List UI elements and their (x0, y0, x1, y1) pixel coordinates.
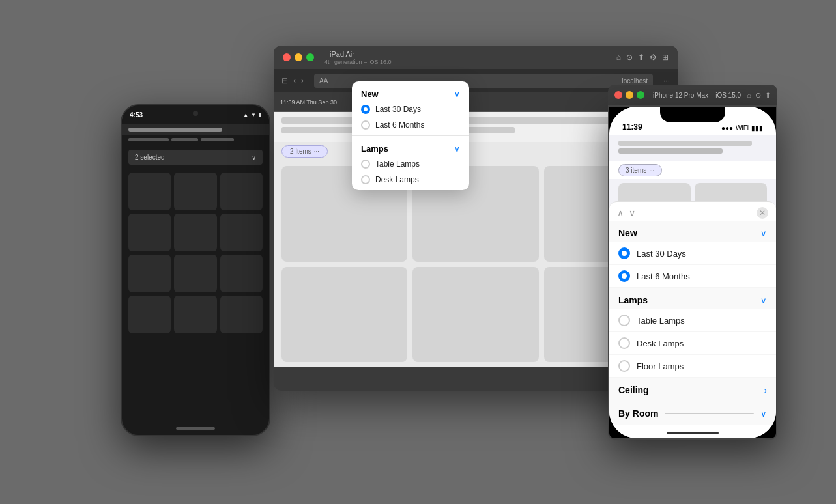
android-grid-item (128, 255, 171, 292)
minimize-button[interactable] (295, 53, 302, 61)
iphone-popup-down-icon[interactable]: ∨ (629, 208, 635, 218)
ipad-window-titlebar: iPad Air 4th generation – iOS 16.0 ⌂ ⊙ ⬆… (274, 46, 678, 69)
iphone-notch (660, 107, 725, 122)
ipad-new-title: New (361, 89, 379, 99)
iphone-window: iPhone 12 Pro Max – iOS 15.0 ⌂ ⊙ ⬆ 11:39… (608, 85, 777, 440)
forward-button[interactable]: › (301, 76, 304, 85)
android-grid-item (128, 214, 171, 251)
android-header (122, 124, 269, 135)
iphone-last30-item[interactable]: Last 30 Days (609, 242, 776, 265)
ipad-table-lamps-item[interactable]: Table Lamps (352, 156, 469, 172)
iphone-desk-lamps-text: Desk Lamps (637, 339, 684, 348)
ipad-lamps-section-header: Lamps ∨ (352, 139, 469, 156)
iphone-popup-byroom-row[interactable]: By Room ∨ (609, 402, 776, 425)
iphone-popup-byroom-chevron-icon: ∨ (760, 409, 767, 419)
iphone-maximize-button[interactable] (637, 91, 644, 99)
ipad-last30-radio[interactable] (361, 105, 370, 114)
sidebar-toggle-button[interactable]: ⊟ (281, 76, 288, 85)
ipad-lamps-title: Lamps (361, 144, 388, 154)
android-status-icons: ▲ ▼ ▮ (243, 112, 261, 118)
iphone-popup-ceiling-chevron-icon: › (764, 385, 767, 395)
ipad-desk-lamps-radio[interactable] (361, 175, 370, 184)
iphone-last30-radio[interactable] (618, 247, 630, 259)
iphone-time: 11:39 (622, 122, 642, 132)
iphone-status-icons: ●●● WiFi ▮▮▮ (721, 124, 763, 132)
ipad-table-lamps-radio[interactable] (361, 160, 370, 169)
android-signal-icon: ▼ (251, 112, 256, 118)
iphone-window-toolbar-icons: ⌂ ⊙ ⬆ (747, 91, 771, 100)
iphone-popup-nav: ∧ ∨ ✕ (609, 202, 776, 221)
iphone-floor-lamps-radio[interactable] (618, 360, 630, 372)
iphone-table-lamps-item[interactable]: Table Lamps (609, 309, 776, 332)
android-dropdown-arrow-icon: ∨ (252, 154, 256, 161)
android-volume-up (121, 171, 122, 187)
iphone-floor-lamps-item[interactable]: Floor Lamps (609, 355, 776, 378)
home-icon[interactable]: ⌂ (616, 53, 621, 62)
settings-icon[interactable]: ⚙ (650, 53, 657, 62)
ipad-grid-item (281, 267, 407, 363)
more-button[interactable]: ··· (663, 76, 670, 85)
iphone-side-button (776, 172, 777, 195)
iphone-popup-close-button[interactable]: ✕ (757, 207, 768, 219)
ipad-toolbar-icons: ⌂ ⊙ ⬆ ⚙ ⊞ (616, 53, 669, 62)
android-volume-down (121, 191, 122, 208)
iphone-items-badge[interactable]: 3 items ··· (618, 164, 662, 176)
iphone-minimize-button[interactable] (626, 91, 633, 99)
grid-icon[interactable]: ⊞ (662, 53, 669, 62)
back-button[interactable]: ‹ (293, 76, 296, 85)
iphone-floor-lamps-text: Floor Lamps (637, 361, 684, 371)
ipad-last6-item[interactable]: Last 6 Months (352, 117, 469, 133)
ipad-last30-text: Last 30 Days (375, 105, 421, 114)
camera-icon[interactable]: ⊙ (626, 53, 633, 62)
ipad-items-badge[interactable]: 2 Items ··· (281, 145, 328, 158)
iphone-popup-lamps-title: Lamps (618, 295, 648, 305)
iphone-home-indicator (667, 432, 719, 434)
iphone-popup-new-header[interactable]: New ∨ (609, 221, 776, 242)
android-grid-item (220, 214, 263, 251)
share-icon[interactable]: ⬆ (638, 53, 644, 62)
android-dropdown[interactable]: 2 selected ∨ (128, 150, 263, 165)
ipad-window-subtitle: 4th generation – iOS 16.0 (324, 59, 392, 65)
iphone-camera-icon[interactable]: ⊙ (755, 91, 761, 100)
iphone-last6-radio[interactable] (618, 270, 630, 282)
iphone-share-icon[interactable]: ⬆ (765, 91, 771, 100)
android-grid-item (128, 296, 171, 333)
iphone-window-titlebar: iPhone 12 Pro Max – iOS 15.0 ⌂ ⊙ ⬆ (608, 85, 777, 105)
maximize-button[interactable] (306, 53, 314, 61)
ipad-last6-radio[interactable] (361, 120, 370, 130)
iphone-popup-lamps-section: Lamps ∨ Table Lamps Desk Lamps Floor Lam… (609, 288, 776, 378)
ipad-device-time: 11:39 AM Thu Sep 30 (280, 99, 337, 105)
android-grid-item (174, 214, 216, 251)
iphone-home-icon[interactable]: ⌂ (747, 91, 751, 100)
android-wifi-icon: ▲ (243, 112, 248, 118)
iphone-close-button[interactable] (614, 91, 622, 99)
ipad-dropdown-popup: New ∨ Last 30 Days Last 6 Months Lamps ∨… (352, 81, 469, 190)
ipad-grid-item (412, 267, 538, 363)
url-text: localhost (622, 77, 648, 85)
iphone-items-badge-text: 3 items (626, 167, 646, 174)
iphone-last6-item[interactable]: Last 6 Months (609, 265, 776, 288)
android-phone: 4:53 ▲ ▼ ▮ 2 selected ∨ (121, 104, 270, 436)
ipad-table-lamps-text: Table Lamps (375, 160, 420, 169)
ipad-new-section-header: New ∨ (352, 84, 469, 102)
android-grid-item (174, 173, 216, 210)
iphone-desk-lamps-radio[interactable] (618, 337, 630, 349)
close-button[interactable] (283, 53, 291, 61)
iphone-popup-new-chevron-icon: ∨ (760, 229, 767, 238)
ipad-desk-lamps-item[interactable]: Desk Lamps (352, 172, 469, 188)
ipad-last30-item[interactable]: Last 30 Days (352, 102, 469, 117)
iphone-popup-ceiling-row[interactable]: Ceiling › (609, 378, 776, 402)
iphone-popup-up-icon[interactable]: ∧ (617, 208, 624, 218)
iphone-table-lamps-radio[interactable] (618, 315, 630, 326)
iphone-signal-icon: ●●● (721, 124, 733, 132)
iphone-wifi-icon: WiFi (736, 124, 749, 132)
iphone-popup: ∧ ∨ ✕ New ∨ Last 30 Days (609, 201, 776, 438)
iphone-badge-dots: ··· (649, 167, 654, 174)
iphone-popup-lamps-header[interactable]: Lamps ∨ (609, 288, 776, 309)
iphone-popup-ceiling-title: Ceiling (618, 385, 649, 395)
iphone-content-header (609, 135, 776, 161)
android-camera (193, 111, 198, 116)
android-home-indicator (176, 427, 215, 430)
iphone-desk-lamps-item[interactable]: Desk Lamps (609, 332, 776, 355)
android-grid-item (220, 173, 263, 210)
